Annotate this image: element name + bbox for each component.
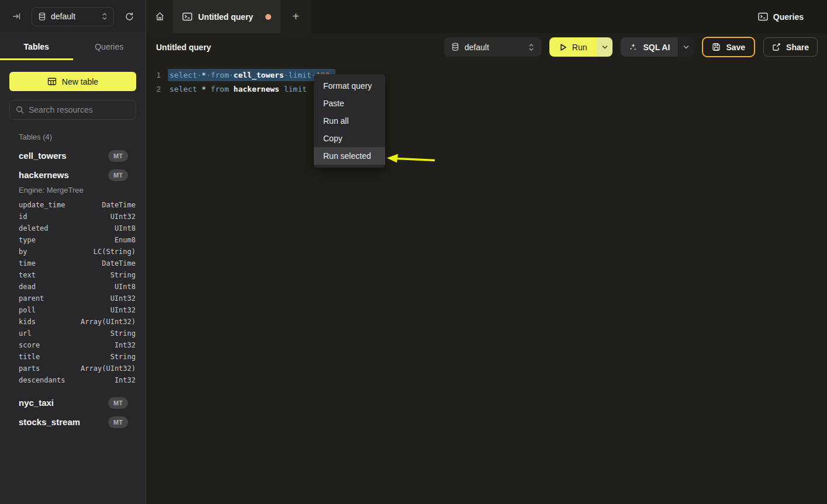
column-row: pollUInt32 <box>0 304 146 316</box>
run-button[interactable]: Run <box>549 37 597 57</box>
sidebar-tab-queries[interactable]: Queries <box>73 33 146 60</box>
run-options-button[interactable] <box>597 37 613 57</box>
database-icon <box>451 43 459 51</box>
column-type: String <box>110 353 136 361</box>
new-table-label: New table <box>62 77 98 86</box>
query-database-selector[interactable]: default <box>444 37 541 57</box>
database-icon <box>38 12 46 21</box>
save-button-label: Save <box>726 43 745 52</box>
sql-ai-button[interactable]: SQL AI <box>621 37 678 57</box>
sparkles-icon <box>629 43 638 51</box>
queries-button[interactable]: Queries <box>751 0 827 33</box>
column-row: timeDateTime <box>0 258 146 269</box>
menu-item-format-query[interactable]: Format query <box>314 77 385 95</box>
column-name: update_time <box>19 201 102 209</box>
column-type: UInt8 <box>115 283 136 291</box>
query-database-value: default <box>465 43 523 52</box>
column-type: String <box>110 329 136 338</box>
collapse-sidebar-icon <box>12 12 21 21</box>
sidebar-tab-tables[interactable]: Tables <box>0 33 73 60</box>
sql-text: select * from hackernews limit <box>169 85 307 93</box>
save-button[interactable]: Save <box>702 37 755 57</box>
top-bar-spacer <box>311 0 751 33</box>
column-row: typeEnum8 <box>0 234 146 246</box>
line-number: 2 <box>147 85 161 93</box>
engine-badge: MT <box>108 169 128 181</box>
column-row: titleString <box>0 351 146 363</box>
new-table-button[interactable]: New table <box>9 72 136 91</box>
menu-item-run-selected[interactable]: Run selected <box>314 147 385 165</box>
column-name: score <box>19 341 115 349</box>
column-type: UInt32 <box>110 213 136 221</box>
table-item-stocks-stream[interactable]: stocks_stream MT <box>0 412 146 432</box>
table-item-cell-towers[interactable]: cell_towers MT <box>0 146 146 165</box>
unsaved-changes-dot <box>265 14 271 20</box>
tab-strip: Untitled query + <box>146 0 311 33</box>
column-row: textString <box>0 269 146 281</box>
column-type: UInt8 <box>115 224 136 232</box>
column-name: descendants <box>19 376 115 384</box>
home-icon <box>155 12 165 22</box>
refresh-button[interactable] <box>121 8 137 25</box>
search-icon <box>16 106 24 114</box>
search-box <box>9 100 136 120</box>
tables-section-label: Tables (4) <box>19 133 146 141</box>
home-button[interactable] <box>146 0 173 33</box>
chevron-down-icon <box>683 45 689 49</box>
active-tab-underline <box>0 58 73 60</box>
column-row: partsArray(UInt32) <box>0 363 146 374</box>
sidebar: Tables Queries New table Tables (4) cell… <box>0 33 146 504</box>
refresh-icon <box>124 12 134 22</box>
column-type: String <box>110 271 136 279</box>
collapse-sidebar-button[interactable] <box>8 8 25 25</box>
column-row: deletedUInt8 <box>0 223 146 234</box>
sidebar-tabs: Tables Queries <box>0 33 146 60</box>
column-type: UInt32 <box>110 294 136 303</box>
new-tab-button[interactable]: + <box>281 0 311 33</box>
main-panel: Untitled query default Run <box>147 33 827 504</box>
engine-badge: MT <box>108 150 128 162</box>
table-item-hackernews[interactable]: hackernews MT <box>0 165 146 185</box>
column-type: Array(UInt32) <box>81 318 136 326</box>
column-name: deleted <box>19 224 115 232</box>
tab-label: Untitled query <box>198 12 259 22</box>
column-name: by <box>19 248 94 256</box>
share-button[interactable]: Share <box>763 37 818 57</box>
column-row: urlString <box>0 328 146 339</box>
menu-item-run-all[interactable]: Run all <box>314 112 385 130</box>
column-type: LC(String) <box>94 248 136 256</box>
code-line-2[interactable]: 2select * from hackernews limit <box>147 82 827 96</box>
database-selector-value: default <box>51 12 97 21</box>
terminal-icon <box>758 12 768 21</box>
column-name: type <box>19 236 115 244</box>
column-type: DateTime <box>102 201 136 209</box>
hackernews-columns-list: update_timeDateTime idUInt32 deletedUInt… <box>0 199 146 386</box>
editor-context-menu: Format query Paste Run all Copy Run sele… <box>314 74 385 168</box>
query-title: Untitled query <box>156 43 211 52</box>
engine-label: Engine: MergeTree <box>19 186 146 194</box>
column-name: parts <box>19 364 81 373</box>
column-name: text <box>19 271 110 279</box>
top-bar-main: Untitled query + Queries <box>146 0 827 33</box>
top-bar-left: default <box>0 0 146 33</box>
column-type: Int32 <box>115 341 136 349</box>
table-item-nyc-taxi[interactable]: nyc_taxi MT <box>0 393 146 412</box>
menu-item-copy[interactable]: Copy <box>314 130 385 147</box>
run-button-label: Run <box>572 43 587 52</box>
terminal-icon <box>182 12 192 21</box>
database-selector[interactable]: default <box>32 7 114 26</box>
menu-item-paste[interactable]: Paste <box>314 95 385 112</box>
code-line-1[interactable]: 1select·*·from·cell_towers·limit·100· <box>147 68 827 82</box>
sql-editor[interactable]: 1select·*·from·cell_towers·limit·100· 2s… <box>147 61 827 96</box>
column-name: title <box>19 353 110 361</box>
column-name: url <box>19 329 110 338</box>
column-name: dead <box>19 283 115 291</box>
column-name: kids <box>19 318 81 326</box>
column-row: descendantsInt32 <box>0 374 146 386</box>
tab-untitled-query[interactable]: Untitled query <box>173 0 281 33</box>
sql-ai-options-button[interactable] <box>678 37 694 57</box>
column-type: DateTime <box>102 259 136 267</box>
query-toolbar: default Run <box>444 37 818 57</box>
search-input[interactable] <box>29 105 130 114</box>
share-button-label: Share <box>786 43 809 52</box>
